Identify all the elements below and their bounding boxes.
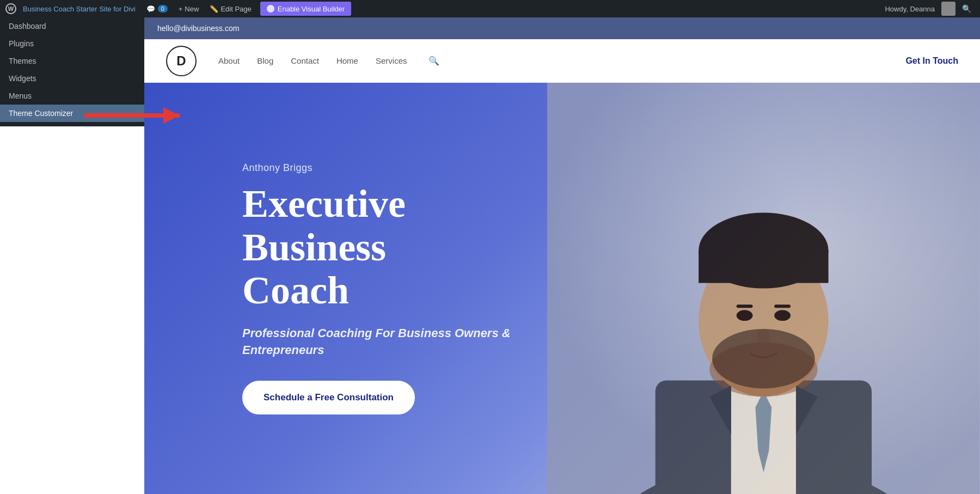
comment-count: 0	[158, 5, 168, 13]
plus-icon: +	[179, 5, 183, 13]
admin-search-icon[interactable]: 🔍	[958, 4, 976, 13]
nav-link-home[interactable]: Home	[336, 56, 358, 65]
nav-search-icon[interactable]: 🔍	[428, 56, 439, 66]
svg-rect-10	[699, 251, 828, 283]
dropdown-item-plugins[interactable]: Plugins	[0, 35, 144, 52]
pencil-icon: ✏️	[210, 5, 218, 13]
dropdown-item-themes[interactable]: Themes	[0, 52, 144, 70]
site-logo[interactable]: D	[166, 46, 197, 76]
comments-link[interactable]: 💬 0	[141, 0, 173, 17]
svg-point-13	[775, 310, 791, 321]
howdy-text: Howdy, Deanna	[880, 5, 939, 13]
wp-logo[interactable]: W	[4, 2, 17, 15]
comment-icon: 💬	[146, 5, 155, 13]
wordpress-icon: W	[5, 3, 16, 14]
nav-link-about[interactable]: About	[218, 56, 240, 65]
edit-page-button[interactable]: ✏️ Edit Page	[204, 0, 256, 17]
hero-content: Anthony Briggs Executive Business Coach …	[144, 162, 525, 414]
dropdown-item-dashboard[interactable]: Dashboard	[0, 17, 144, 35]
svg-rect-15	[775, 304, 791, 308]
admin-bar: W Business Coach Starter Site for Divi 💬…	[0, 0, 980, 17]
visual-builder-button[interactable]: Enable Visual Builder	[260, 2, 351, 16]
svg-point-17	[712, 329, 815, 388]
svg-rect-14	[737, 304, 753, 308]
visual-builder-icon	[267, 5, 274, 13]
site-name[interactable]: Business Coach Starter Site for Divi	[17, 0, 141, 17]
site-header: D About Blog Contact Home Services 🔍 Get…	[144, 39, 980, 83]
nav-link-contact[interactable]: Contact	[291, 56, 319, 65]
appearance-dropdown-menu: Dashboard Plugins Themes Widgets Menus T…	[0, 17, 144, 126]
email-link[interactable]: hello@divibusiness.com	[157, 24, 239, 33]
admin-bar-right: Howdy, Deanna 🔍	[880, 2, 976, 16]
hero-person-name: Anthony Briggs	[242, 162, 525, 174]
new-button[interactable]: + New	[173, 0, 205, 17]
dropdown-item-widgets[interactable]: Widgets	[0, 70, 144, 87]
hero-title: Executive Business Coach	[242, 182, 525, 312]
main-nav: About Blog Contact Home Services 🔍	[218, 56, 439, 66]
email-bar: hello@divibusiness.com	[144, 17, 980, 39]
get-in-touch-button[interactable]: Get In Touch	[905, 56, 958, 66]
dropdown-item-theme-customizer[interactable]: Theme Customizer	[0, 105, 144, 122]
dropdown-item-menus[interactable]: Menus	[0, 87, 144, 105]
user-avatar[interactable]	[941, 2, 955, 16]
nav-link-services[interactable]: Services	[376, 56, 407, 65]
hero-person-image	[479, 83, 980, 494]
hero-subtitle: Professional Coaching For Business Owner…	[242, 325, 525, 359]
nav-link-blog[interactable]: Blog	[257, 56, 273, 65]
hero-section: Anthony Briggs Executive Business Coach …	[144, 83, 980, 494]
site-content-area: hello@divibusiness.com D About Blog Cont…	[144, 17, 980, 494]
cta-schedule-button[interactable]: Schedule a Free Consultation	[242, 381, 415, 414]
svg-point-12	[737, 310, 753, 321]
